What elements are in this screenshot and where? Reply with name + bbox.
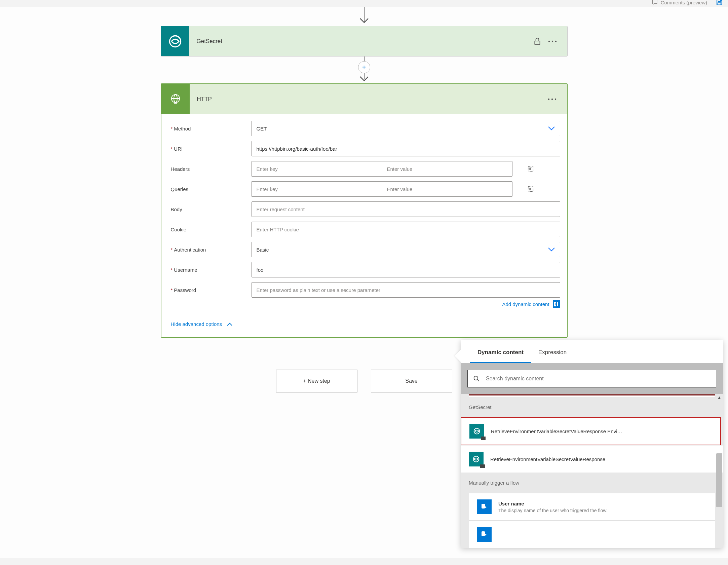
card-actions bbox=[547, 98, 567, 101]
new-step-button[interactable]: + New step bbox=[276, 370, 357, 392]
headers-key-input[interactable]: Enter key bbox=[252, 161, 382, 177]
dynamic-item-label: RetrieveEnvironmentVariableSecretValueRe… bbox=[490, 456, 605, 462]
dataverse-icon bbox=[161, 26, 189, 56]
label-authentication: Authentication bbox=[168, 247, 252, 253]
queries-value-input[interactable]: Enter value bbox=[382, 181, 512, 197]
dynamic-search-wrap bbox=[461, 363, 723, 394]
card-title: HTTP bbox=[190, 96, 547, 103]
lock-icon bbox=[533, 37, 542, 46]
tab-dynamic-content[interactable]: Dynamic content bbox=[470, 344, 531, 363]
dataverse-icon bbox=[469, 424, 484, 439]
save-icon[interactable] bbox=[716, 0, 723, 6]
password-field[interactable] bbox=[257, 282, 555, 297]
cookie-input[interactable] bbox=[252, 222, 560, 237]
section-getsecret: GetSecret bbox=[461, 397, 723, 417]
globe-icon bbox=[169, 92, 182, 106]
body-field[interactable] bbox=[257, 202, 555, 217]
dynamic-body: ▲ GetSecret RetrieveEnvironmentVariableS… bbox=[461, 394, 723, 548]
search-icon bbox=[473, 375, 480, 382]
label-queries: Queries bbox=[168, 186, 252, 192]
svg-point-14 bbox=[551, 98, 552, 100]
svg-point-20 bbox=[474, 376, 478, 380]
card-actions bbox=[533, 37, 567, 46]
save-label: Save bbox=[405, 378, 417, 384]
action-card-getsecret[interactable]: GetSecret bbox=[161, 26, 568, 57]
http-config-body: Method GET URI bbox=[161, 114, 567, 337]
save-button[interactable]: Save bbox=[371, 370, 452, 392]
hide-advanced-label: Hide advanced options bbox=[171, 321, 222, 327]
add-dynamic-content-link[interactable]: Add dynamic content bbox=[502, 300, 560, 308]
password-input[interactable] bbox=[252, 282, 560, 298]
comments-button[interactable]: Comments (preview) bbox=[651, 0, 707, 6]
uri-input[interactable] bbox=[252, 141, 560, 156]
dynamic-item-desc: The display name of the user who trigger… bbox=[498, 508, 608, 513]
label-method: Method bbox=[168, 126, 252, 131]
authentication-value: Basic bbox=[257, 247, 269, 253]
scroll-up-icon[interactable]: ▲ bbox=[717, 395, 722, 400]
cookie-field[interactable] bbox=[257, 222, 555, 237]
new-step-label: + New step bbox=[303, 378, 330, 384]
dynamic-item-retrieve-envi[interactable]: RetrieveEnvironmentVariableSecretValueRe… bbox=[461, 417, 721, 445]
username-field[interactable] bbox=[257, 262, 555, 277]
dynamic-item-retrieve[interactable]: RetrieveEnvironmentVariableSecretValueRe… bbox=[461, 445, 723, 473]
add-dynamic-icon bbox=[553, 300, 560, 308]
label-body: Body bbox=[168, 206, 252, 212]
dataverse-icon bbox=[469, 452, 484, 466]
queries-key-input[interactable]: Enter key bbox=[252, 181, 382, 197]
svg-point-13 bbox=[548, 98, 549, 100]
dynamic-item-username[interactable]: User name The display name of the user w… bbox=[469, 493, 715, 521]
card-title: GetSecret bbox=[189, 38, 533, 45]
dynamic-content-panel: Dynamic content Expression ▲ GetSecret bbox=[461, 340, 723, 548]
dynamic-item-label: RetrieveEnvironmentVariableSecretValueRe… bbox=[491, 428, 622, 434]
flow-trigger-icon bbox=[477, 499, 492, 514]
comments-label: Comments (preview) bbox=[661, 0, 707, 5]
svg-point-4 bbox=[551, 40, 553, 42]
svg-line-21 bbox=[477, 380, 479, 381]
text-mode-icon bbox=[527, 185, 534, 193]
action-card-http: HTTP Method GET bbox=[161, 83, 568, 338]
http-icon bbox=[161, 84, 190, 114]
username-input[interactable] bbox=[252, 262, 560, 277]
section-manual: Manually trigger a flow bbox=[461, 473, 723, 493]
add-step-button[interactable]: + bbox=[358, 61, 370, 73]
card-header-getsecret: GetSecret bbox=[161, 26, 567, 56]
queries-bulk-button[interactable] bbox=[526, 184, 535, 194]
headers-bulk-button[interactable] bbox=[526, 164, 535, 174]
dynamic-item-partial[interactable] bbox=[469, 521, 715, 548]
page-root: Comments (preview) GetSecret bbox=[0, 0, 728, 558]
method-value: GET bbox=[257, 126, 267, 131]
svg-rect-25 bbox=[482, 531, 485, 536]
hide-advanced-toggle[interactable]: Hide advanced options bbox=[168, 321, 560, 327]
svg-point-5 bbox=[555, 40, 556, 42]
tab-expression[interactable]: Expression bbox=[531, 344, 574, 363]
label-username: Username bbox=[168, 267, 252, 273]
more-icon[interactable] bbox=[547, 98, 557, 101]
chevron-up-icon bbox=[227, 322, 233, 326]
more-icon[interactable] bbox=[548, 40, 557, 43]
arrow-icon bbox=[357, 7, 371, 26]
chevron-down-icon bbox=[548, 126, 555, 131]
uri-field[interactable] bbox=[257, 141, 555, 156]
label-cookie: Cookie bbox=[168, 227, 252, 232]
panel-notch bbox=[455, 350, 461, 362]
authentication-select[interactable]: Basic bbox=[252, 242, 560, 257]
dynamic-search-input[interactable] bbox=[485, 375, 711, 382]
card-header-http[interactable]: HTTP bbox=[161, 84, 567, 114]
scrollbar-thumb[interactable] bbox=[716, 453, 722, 507]
svg-rect-19 bbox=[557, 302, 558, 306]
svg-point-3 bbox=[548, 40, 549, 42]
flow-canvas: GetSecret + bbox=[0, 7, 728, 558]
flow-trigger-icon bbox=[477, 527, 492, 542]
text-mode-icon bbox=[527, 165, 534, 173]
chevron-down-icon bbox=[548, 247, 555, 252]
comment-icon bbox=[651, 0, 658, 6]
dynamic-search[interactable] bbox=[467, 370, 716, 387]
method-select[interactable]: GET bbox=[252, 121, 560, 136]
headers-value-input[interactable]: Enter value bbox=[382, 161, 512, 177]
label-headers: Headers bbox=[168, 166, 252, 172]
scrollbar[interactable] bbox=[716, 403, 722, 548]
svg-point-15 bbox=[554, 98, 556, 100]
body-input[interactable] bbox=[252, 201, 560, 217]
svg-rect-24 bbox=[482, 504, 485, 509]
top-meta-bar: Comments (preview) bbox=[651, 0, 728, 7]
